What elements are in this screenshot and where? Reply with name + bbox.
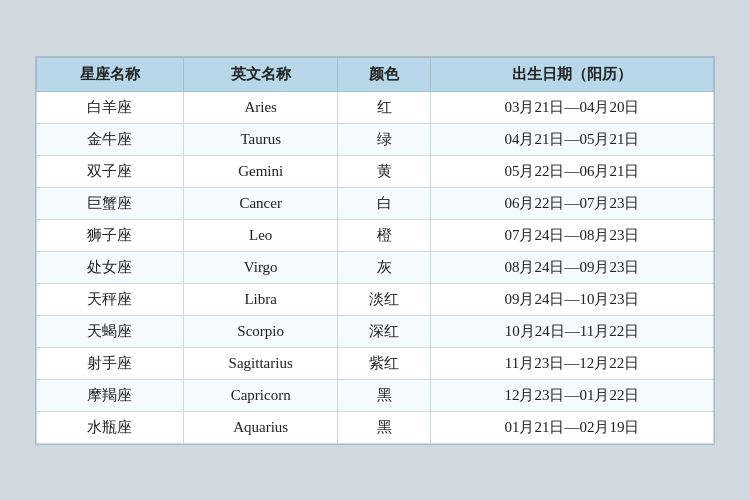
- cell-dates: 06月22日—07月23日: [430, 187, 713, 219]
- cell-color: 黑: [338, 411, 431, 443]
- cell-color: 橙: [338, 219, 431, 251]
- cell-chinese-name: 双子座: [37, 155, 184, 187]
- cell-chinese-name: 天蝎座: [37, 315, 184, 347]
- cell-color: 紫红: [338, 347, 431, 379]
- cell-chinese-name: 白羊座: [37, 91, 184, 123]
- table-row: 金牛座Taurus绿04月21日—05月21日: [37, 123, 714, 155]
- table-row: 双子座Gemini黄05月22日—06月21日: [37, 155, 714, 187]
- cell-dates: 07月24日—08月23日: [430, 219, 713, 251]
- cell-color: 灰: [338, 251, 431, 283]
- header-color: 颜色: [338, 57, 431, 91]
- cell-chinese-name: 狮子座: [37, 219, 184, 251]
- header-english-name: 英文名称: [183, 57, 338, 91]
- cell-english-name: Gemini: [183, 155, 338, 187]
- cell-chinese-name: 金牛座: [37, 123, 184, 155]
- cell-dates: 11月23日—12月22日: [430, 347, 713, 379]
- cell-color: 淡红: [338, 283, 431, 315]
- cell-chinese-name: 水瓶座: [37, 411, 184, 443]
- table-row: 巨蟹座Cancer白06月22日—07月23日: [37, 187, 714, 219]
- cell-english-name: Taurus: [183, 123, 338, 155]
- cell-english-name: Capricorn: [183, 379, 338, 411]
- header-dates: 出生日期（阳历）: [430, 57, 713, 91]
- cell-dates: 01月21日—02月19日: [430, 411, 713, 443]
- cell-chinese-name: 摩羯座: [37, 379, 184, 411]
- cell-color: 红: [338, 91, 431, 123]
- cell-english-name: Sagittarius: [183, 347, 338, 379]
- cell-english-name: Scorpio: [183, 315, 338, 347]
- cell-dates: 03月21日—04月20日: [430, 91, 713, 123]
- table-header-row: 星座名称 英文名称 颜色 出生日期（阳历）: [37, 57, 714, 91]
- header-chinese-name: 星座名称: [37, 57, 184, 91]
- table-row: 狮子座Leo橙07月24日—08月23日: [37, 219, 714, 251]
- cell-color: 白: [338, 187, 431, 219]
- cell-chinese-name: 巨蟹座: [37, 187, 184, 219]
- table-row: 天蝎座Scorpio深红10月24日—11月22日: [37, 315, 714, 347]
- cell-english-name: Aries: [183, 91, 338, 123]
- cell-dates: 09月24日—10月23日: [430, 283, 713, 315]
- table-row: 天秤座Libra淡红09月24日—10月23日: [37, 283, 714, 315]
- cell-english-name: Cancer: [183, 187, 338, 219]
- cell-chinese-name: 射手座: [37, 347, 184, 379]
- table-body: 白羊座Aries红03月21日—04月20日金牛座Taurus绿04月21日—0…: [37, 91, 714, 443]
- cell-color: 黑: [338, 379, 431, 411]
- cell-color: 黄: [338, 155, 431, 187]
- table-row: 水瓶座Aquarius黑01月21日—02月19日: [37, 411, 714, 443]
- cell-chinese-name: 处女座: [37, 251, 184, 283]
- table-row: 处女座Virgo灰08月24日—09月23日: [37, 251, 714, 283]
- cell-english-name: Virgo: [183, 251, 338, 283]
- cell-dates: 10月24日—11月22日: [430, 315, 713, 347]
- table-row: 摩羯座Capricorn黑12月23日—01月22日: [37, 379, 714, 411]
- cell-dates: 08月24日—09月23日: [430, 251, 713, 283]
- zodiac-table: 星座名称 英文名称 颜色 出生日期（阳历） 白羊座Aries红03月21日—04…: [36, 57, 714, 444]
- cell-chinese-name: 天秤座: [37, 283, 184, 315]
- cell-dates: 05月22日—06月21日: [430, 155, 713, 187]
- cell-english-name: Libra: [183, 283, 338, 315]
- cell-color: 绿: [338, 123, 431, 155]
- cell-english-name: Aquarius: [183, 411, 338, 443]
- cell-color: 深红: [338, 315, 431, 347]
- cell-english-name: Leo: [183, 219, 338, 251]
- cell-dates: 12月23日—01月22日: [430, 379, 713, 411]
- zodiac-table-container: 星座名称 英文名称 颜色 出生日期（阳历） 白羊座Aries红03月21日—04…: [35, 56, 715, 445]
- table-row: 射手座Sagittarius紫红11月23日—12月22日: [37, 347, 714, 379]
- cell-dates: 04月21日—05月21日: [430, 123, 713, 155]
- table-row: 白羊座Aries红03月21日—04月20日: [37, 91, 714, 123]
